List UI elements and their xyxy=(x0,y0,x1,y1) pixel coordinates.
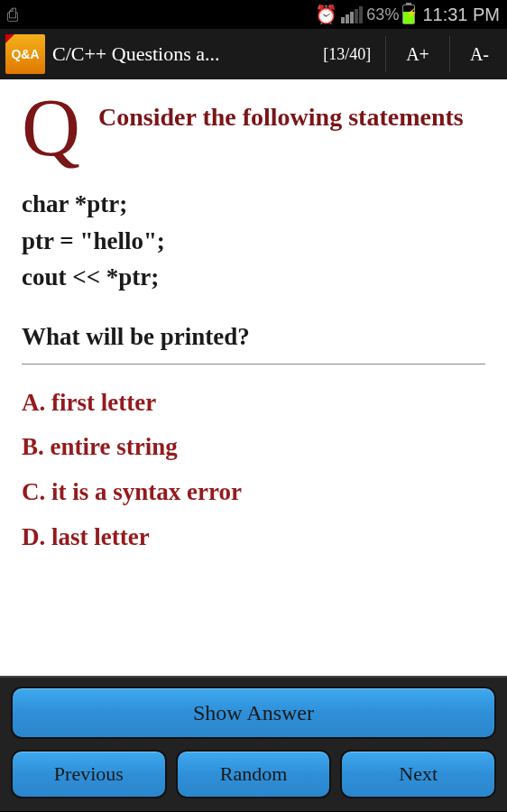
code-line: cout << *ptr; xyxy=(22,259,485,296)
clock: 11:31 PM xyxy=(422,5,500,25)
app-title: C/C++ Questions a... xyxy=(52,42,309,66)
option-b[interactable]: B. entire string xyxy=(22,425,485,470)
divider xyxy=(385,36,386,72)
option-a[interactable]: A. first letter xyxy=(22,381,485,426)
code-block: char *ptr; ptr = "hello"; cout << *ptr; xyxy=(22,186,485,296)
font-decrease-button[interactable]: A- xyxy=(457,44,502,65)
bottom-panel: Show Answer Previous Random Next xyxy=(0,676,507,812)
answer-options: A. first letter B. entire string C. it i… xyxy=(22,381,485,561)
usb-icon: ⎙ xyxy=(7,5,18,25)
app-icon[interactable]: Q&A xyxy=(5,34,45,74)
question-marker: Q xyxy=(22,96,80,161)
question-ask: What will be printed? xyxy=(22,323,485,351)
code-line: ptr = "hello"; xyxy=(22,223,485,260)
next-button[interactable]: Next xyxy=(340,750,496,798)
battery-pct: 63% xyxy=(366,5,399,24)
battery-icon: ⚡ xyxy=(402,5,415,24)
show-answer-button[interactable]: Show Answer xyxy=(11,687,496,739)
divider xyxy=(449,36,450,72)
option-c[interactable]: C. it is a syntax error xyxy=(22,470,485,515)
font-increase-button[interactable]: A+ xyxy=(393,44,442,65)
separator xyxy=(22,364,485,364)
status-bar: ⎙ ⏰ 63% ⚡ 11:31 PM xyxy=(0,0,507,29)
app-bar: Q&A C/C++ Questions a... [13/40] A+ A- xyxy=(0,29,507,79)
previous-button[interactable]: Previous xyxy=(11,750,167,798)
option-d[interactable]: D. last letter xyxy=(22,515,485,560)
question-counter: [13/40] xyxy=(316,45,378,64)
question-prompt: Consider the following statements xyxy=(98,96,464,161)
alarm-icon: ⏰ xyxy=(315,4,337,25)
signal-icon xyxy=(341,6,363,23)
app-icon-label: Q&A xyxy=(11,47,39,61)
code-line: char *ptr; xyxy=(22,186,485,223)
content-area: Q Consider the following statements char… xyxy=(0,79,507,678)
random-button[interactable]: Random xyxy=(176,750,332,798)
